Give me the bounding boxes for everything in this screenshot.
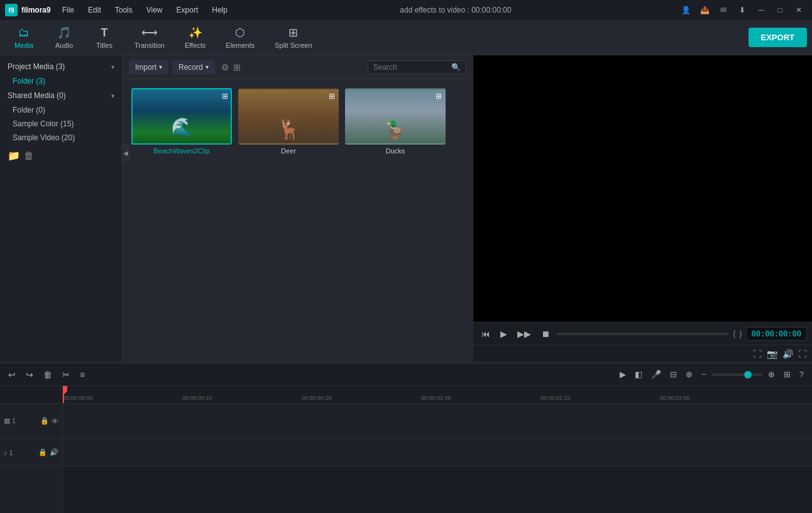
menu-view[interactable]: View — [140, 3, 169, 17]
menu-edit[interactable]: Edit — [82, 3, 107, 17]
media-toolbar: Import ▾ Record ▾ ⚙ ⊞ 🔍 — [123, 55, 473, 79]
toolbar-titles[interactable]: T Titles — [85, 23, 123, 53]
sidebar-item-sample-video[interactable]: Sample Video (20) — [0, 131, 122, 145]
stop-btn[interactable]: ⏹ — [538, 327, 553, 341]
titlebar-menu: File Edit Tools View Export Help — [56, 3, 234, 17]
timeline-main: ▦ 1 🔒 👁 ♪ 1 🔒 🔊 00:00:00:00 00:00:00:10 — [0, 386, 812, 513]
timeline-toolbar: ↩ ↪ 🗑 ✂ ≡ ▶ ◧ 🎤 ⊟ ⊕ − ⊕ ⊞ ? — [0, 363, 812, 386]
zoom-in-btn[interactable]: ⊕ — [765, 368, 778, 381]
play-pause-btn[interactable]: ▶ — [497, 327, 510, 341]
list-item[interactable]: ⊞ BeachWaves2Clip — [131, 88, 232, 155]
main-area: Project Media (3) ▾ Folder (3) Shared Me… — [0, 55, 812, 362]
fullscreen-icon[interactable]: ⛶ — [753, 349, 762, 359]
search-icon: 🔍 — [451, 63, 461, 72]
multi-cam-btn[interactable]: ⊞ — [781, 368, 794, 381]
sidebar-project-header[interactable]: Project Media (3) ▾ — [0, 59, 122, 74]
audio-track-content — [63, 439, 812, 466]
add-new-folder-btn[interactable]: 📁 — [8, 150, 20, 162]
zoom-slider[interactable] — [712, 373, 762, 376]
redo-btn[interactable]: ↪ — [23, 368, 36, 382]
sidebar-item-folder[interactable]: Folder (3) — [0, 74, 122, 88]
profile-btn[interactable]: 👤 — [678, 4, 694, 16]
delete-folder-btn[interactable]: 🗑 — [24, 150, 34, 162]
mail-btn[interactable]: ✉ — [715, 4, 732, 16]
share-btn[interactable]: 📤 — [696, 4, 713, 16]
import-label: Import — [135, 63, 156, 72]
close-btn[interactable]: ✕ — [791, 4, 807, 16]
insert-btn[interactable]: ⊕ — [683, 368, 696, 381]
sidebar-shared-label: Shared Media (0) — [8, 91, 66, 100]
mark-in-btn[interactable]: ◧ — [632, 368, 645, 381]
delete-btn[interactable]: 🗑 — [40, 368, 55, 382]
elements-icon: ⬡ — [235, 26, 245, 40]
mic-btn[interactable]: 🎤 — [648, 368, 664, 381]
toolbar-split-screen[interactable]: ⊞ Split Screen — [266, 22, 321, 53]
list-item[interactable]: ⊞ Deer — [238, 88, 339, 155]
volume-icon[interactable]: 🔊 — [782, 349, 793, 359]
preview-screen — [473, 55, 812, 322]
toolbar-transition[interactable]: ⟷ Transition — [126, 22, 173, 53]
sidebar-item-folder0[interactable]: Folder (0) — [0, 103, 122, 117]
eye-icon[interactable]: 👁 — [52, 417, 58, 425]
preview-area: ⏮ ▶ ▶▶ ⏹ { } 00:00:00:00 ⛶ 📷 🔊 ⛶ — [473, 55, 812, 362]
ruler-mark-2: 00:00:00:20 — [302, 395, 332, 401]
cut-btn[interactable]: ✂ — [59, 368, 73, 382]
lock-icon[interactable]: 🔒 — [40, 417, 49, 425]
play-timeline-btn[interactable]: ▶ — [617, 368, 629, 381]
filter-icon[interactable]: ⚙ — [221, 62, 229, 72]
progress-bar[interactable] — [557, 333, 729, 335]
tracks-container — [63, 404, 812, 466]
search-input[interactable] — [373, 63, 449, 72]
menu-help[interactable]: Help — [206, 3, 234, 17]
prev-frame-btn[interactable]: ⏮ — [478, 327, 493, 341]
ruler-label: 00:00:01:15 — [540, 395, 571, 401]
download-btn[interactable]: ⬇ — [734, 4, 750, 16]
list-item[interactable]: ⊞ Ducks — [345, 88, 446, 155]
time-ruler: 00:00:00:00 00:00:00:10 00:00:00:20 00:0… — [63, 386, 812, 404]
toolbar-audio[interactable]: 🎵 Audio — [45, 22, 83, 53]
import-button[interactable]: Import ▾ — [129, 60, 168, 74]
minimize-btn[interactable]: ─ — [753, 4, 769, 16]
ducks-name: Ducks — [386, 147, 405, 155]
expand-icon[interactable]: ⛶ — [798, 349, 807, 359]
track-header-video1: ▦ 1 🔒 👁 — [0, 404, 62, 439]
maximize-btn[interactable]: □ — [772, 4, 788, 16]
record-button[interactable]: Record ▾ — [172, 60, 215, 74]
record-arrow-icon: ▾ — [206, 63, 209, 70]
ruler-mark-3: 00:00:01:05 — [421, 395, 451, 401]
menu-tools[interactable]: Tools — [109, 3, 139, 17]
ruler-label: 00:00:00:20 — [302, 395, 332, 401]
speaker-icon[interactable]: 🔊 — [50, 448, 58, 456]
timeline-right-tools: ▶ ◧ 🎤 ⊟ ⊕ − ⊕ ⊞ ? — [617, 368, 807, 381]
menu-file[interactable]: File — [56, 3, 80, 17]
toolbar-media[interactable]: 🗂 Media — [5, 23, 43, 53]
toolbar-elements[interactable]: ⬡ Elements — [217, 22, 263, 53]
snapshot-icon[interactable]: 📷 — [767, 349, 777, 359]
sidebar-collapse-btn[interactable]: ◀ — [121, 143, 130, 162]
lock-icon[interactable]: 🔒 — [38, 448, 47, 456]
adjust-btn[interactable]: ≡ — [77, 368, 88, 382]
titlebar-left: f9 filmora9 File Edit Tools View Export … — [5, 3, 234, 17]
undo-btn[interactable]: ↩ — [5, 368, 19, 382]
help-btn[interactable]: ? — [796, 368, 807, 381]
toolbar-effects[interactable]: ✨ Effects — [176, 22, 214, 53]
grid-view-icon[interactable]: ⊞ — [233, 62, 241, 72]
transition-icon: ⟷ — [141, 26, 158, 40]
titlebar-controls: 👤 📤 ✉ ⬇ ─ □ ✕ — [678, 4, 807, 16]
audio-track-label: ♪ 1 — [4, 449, 36, 456]
sidebar-section-shared: Shared Media (0) ▾ Folder (0) — [0, 88, 122, 117]
beach-thumbnail: ⊞ — [131, 88, 232, 145]
sidebar-project-label: Project Media (3) — [8, 62, 65, 71]
zoom-out-btn[interactable]: − — [698, 368, 710, 381]
sidebar-item-sample-color[interactable]: Sample Color (15) — [0, 117, 122, 131]
deer-name: Deer — [281, 147, 296, 155]
next-frame-btn[interactable]: ▶▶ — [514, 327, 534, 341]
export-button[interactable]: EXPORT — [749, 28, 807, 47]
preview-bottom-toolbar: ⛶ 📷 🔊 ⛶ — [473, 345, 812, 362]
bracket-right-icon: } — [740, 329, 742, 338]
track-header-audio1: ♪ 1 🔒 🔊 — [0, 439, 62, 466]
captions-btn[interactable]: ⊟ — [667, 368, 680, 381]
app-logo: f9 filmora9 — [5, 4, 51, 16]
menu-export[interactable]: Export — [170, 3, 205, 17]
sidebar-shared-header[interactable]: Shared Media (0) ▾ — [0, 88, 122, 103]
